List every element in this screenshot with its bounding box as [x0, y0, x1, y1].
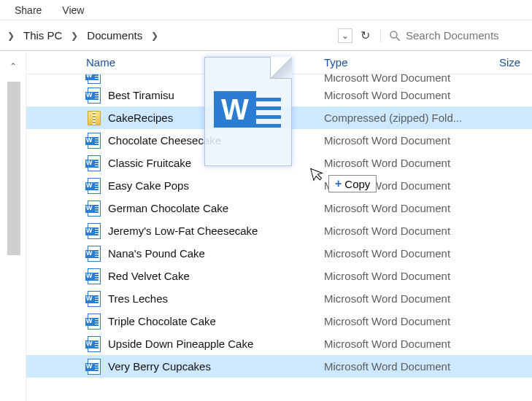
svg-point-0	[390, 31, 397, 38]
word-doc-icon	[86, 133, 102, 149]
tab-share[interactable]: Share	[4, 1, 52, 19]
word-doc-icon	[86, 291, 102, 307]
file-type: Microsoft Word Document	[324, 247, 502, 260]
tab-view[interactable]: View	[52, 1, 94, 19]
column-header-type[interactable]: Type	[324, 56, 499, 69]
file-type: Microsoft Word Document	[324, 179, 502, 192]
table-row[interactable]: Easy Cake PopsMicrosoft Word Document	[26, 174, 532, 197]
table-row[interactable]: Classic FruitcakeMicrosoft Word Document	[26, 152, 532, 174]
word-doc-icon	[86, 223, 102, 239]
file-type: Microsoft Word Document	[324, 157, 502, 169]
table-row[interactable]: Very Berry CupcakesMicrosoft Word Docume…	[26, 355, 532, 378]
table-row[interactable]: CakeRecipesCompressed (zipped) Fold...	[26, 106, 532, 129]
word-doc-icon	[86, 155, 102, 171]
table-row[interactable]: Chocolate CheesecakeMicrosoft Word Docum…	[26, 129, 532, 152]
table-row[interactable]: Microsoft Word Document	[26, 74, 532, 84]
column-header-size[interactable]: Size	[499, 56, 520, 69]
table-row[interactable]: Red Velvet CakeMicrosoft Word Document	[26, 265, 532, 287]
address-dropdown[interactable]: ⌄	[338, 28, 352, 43]
file-name: Classic Fruitcake	[108, 157, 324, 169]
table-row[interactable]: German Chocolate CakeMicrosoft Word Docu…	[26, 197, 532, 219]
file-name: Easy Cake Pops	[108, 179, 324, 192]
file-name: CakeRecipes	[108, 112, 324, 124]
word-doc-icon	[86, 87, 102, 104]
breadcrumb-documents[interactable]: Documents	[82, 28, 147, 43]
breadcrumb-root-arrow[interactable]: ❯	[3, 31, 19, 41]
file-type: Microsoft Word Document	[324, 338, 502, 350]
file-name: Upside Down Pineapple Cake	[108, 338, 324, 350]
address-bar: ❯ This PC ❯ Documents ❯ ⌄ ↻	[0, 20, 532, 51]
file-type: Microsoft Word Document	[324, 315, 502, 327]
file-name: Triple Chocolate Cake	[108, 315, 324, 327]
word-doc-icon	[86, 268, 102, 284]
breadcrumb-arrow[interactable]: ❯	[66, 31, 82, 41]
table-row[interactable]: Upside Down Pineapple CakeMicrosoft Word…	[26, 332, 532, 355]
file-name: Chocolate Cheesecake	[108, 134, 324, 147]
refresh-button[interactable]: ↻	[357, 28, 373, 44]
word-doc-icon	[86, 359, 102, 375]
file-name: Nana's Pound Cake	[108, 247, 324, 260]
search-input[interactable]	[406, 29, 515, 42]
table-row[interactable]: Jeremy's Low-Fat CheesecakeMicrosoft Wor…	[26, 219, 532, 242]
word-doc-icon	[86, 336, 102, 352]
nav-scrollbar[interactable]	[7, 82, 20, 255]
table-row[interactable]: Nana's Pound CakeMicrosoft Word Document	[26, 242, 532, 265]
table-row[interactable]: Tres LechesMicrosoft Word Document	[26, 287, 532, 310]
file-name: Very Berry Cupcakes	[108, 360, 324, 373]
word-doc-icon	[86, 74, 102, 84]
file-name: Jeremy's Low-Fat Cheesecake	[108, 225, 324, 237]
svg-line-1	[396, 37, 400, 41]
nav-scroll-up-icon[interactable]: ⌃	[9, 61, 17, 71]
table-row[interactable]: Best TiramisuMicrosoft Word Document	[26, 84, 532, 106]
nav-pane[interactable]: ⌃	[0, 51, 26, 401]
word-doc-icon	[86, 314, 102, 330]
word-doc-icon	[86, 246, 102, 262]
zip-folder-icon	[86, 110, 102, 126]
file-type: Microsoft Word Document	[324, 89, 502, 101]
search-box[interactable]	[380, 29, 526, 42]
column-headers: Name Type Size	[26, 51, 532, 74]
file-type: Microsoft Word Document	[324, 74, 502, 84]
file-name: Best Tiramisu	[108, 89, 324, 101]
search-icon	[388, 29, 401, 42]
word-doc-icon	[86, 178, 102, 194]
table-row[interactable]: Triple Chocolate CakeMicrosoft Word Docu…	[26, 310, 532, 332]
file-type: Microsoft Word Document	[324, 360, 502, 373]
file-type: Microsoft Word Document	[324, 292, 502, 305]
file-type: Microsoft Word Document	[324, 202, 502, 214]
file-type: Microsoft Word Document	[324, 134, 502, 147]
file-type: Compressed (zipped) Fold...	[324, 112, 502, 124]
file-name: German Chocolate Cake	[108, 202, 324, 214]
file-name: Tres Leches	[108, 292, 324, 305]
file-name: Red Velvet Cake	[108, 270, 324, 282]
file-type: Microsoft Word Document	[324, 270, 502, 282]
file-type: Microsoft Word Document	[324, 225, 502, 237]
breadcrumb-arrow[interactable]: ❯	[147, 31, 163, 41]
column-header-name[interactable]: Name	[86, 56, 324, 69]
ribbon-tabs: Share View	[0, 0, 532, 20]
breadcrumb-this-pc[interactable]: This PC	[19, 28, 66, 43]
file-list[interactable]: Microsoft Word Document Best TiramisuMic…	[26, 74, 532, 401]
word-doc-icon	[86, 200, 102, 217]
